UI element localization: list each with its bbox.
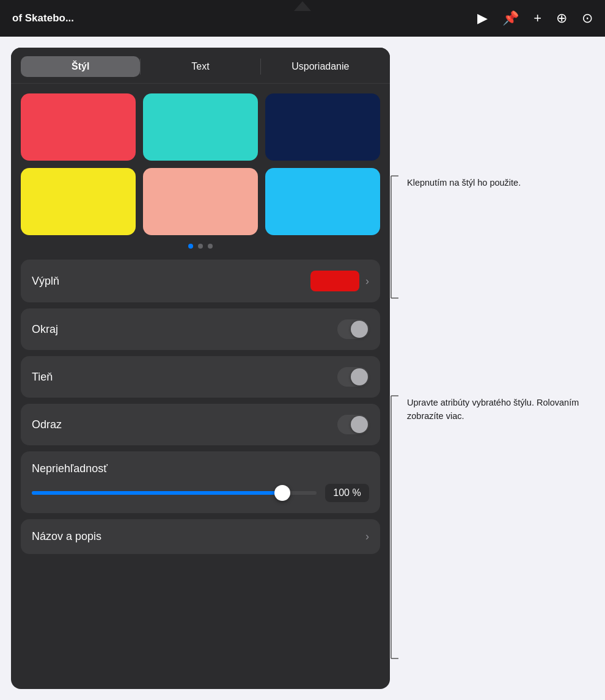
page-title: of Skatebo... bbox=[12, 12, 463, 24]
plus-icon[interactable]: + bbox=[534, 10, 541, 26]
fill-chevron-icon: › bbox=[365, 275, 369, 288]
annotation-1: Klepnutím na štýl ho použite. bbox=[390, 176, 585, 298]
swatch-red[interactable] bbox=[21, 93, 136, 161]
fill-label: Výplň bbox=[32, 275, 59, 288]
opacity-section: Nepriehľadnosť 100 % bbox=[21, 451, 380, 513]
dot-3[interactable] bbox=[208, 244, 213, 249]
opacity-slider-thumb[interactable] bbox=[274, 485, 290, 501]
shadow-toggle[interactable] bbox=[337, 367, 369, 387]
border-toggle[interactable] bbox=[337, 319, 369, 339]
annotation-2-text: Upravte atribúty vybratého štýlu. Rolova… bbox=[407, 396, 585, 423]
border-toggle-thumb bbox=[351, 321, 368, 338]
reflection-label: Odraz bbox=[32, 418, 62, 431]
shadow-row[interactable]: Tieň bbox=[21, 356, 380, 398]
shadow-toggle-thumb bbox=[351, 368, 368, 385]
border-row[interactable]: Okraj bbox=[21, 308, 380, 350]
reflection-row[interactable]: Odraz bbox=[21, 404, 380, 445]
reflection-toggle[interactable] bbox=[337, 415, 369, 434]
opacity-label: Nepriehľadnosť bbox=[32, 462, 369, 475]
swatch-navy[interactable] bbox=[265, 93, 380, 161]
tab-arrangement[interactable]: Usporiadanie bbox=[261, 56, 380, 77]
fill-row-right: › bbox=[310, 271, 369, 291]
opacity-value: 100 % bbox=[325, 484, 369, 502]
swatch-skyblue[interactable] bbox=[265, 168, 380, 235]
tab-text[interactable]: Text bbox=[141, 56, 260, 77]
dot-1[interactable] bbox=[188, 244, 193, 249]
panel-content: Výplň › Okraj Tieň bbox=[11, 84, 390, 689]
fill-color-preview bbox=[310, 271, 359, 291]
main-container: Štýl Text Usporiadanie bbox=[0, 37, 605, 700]
pagination-dots bbox=[21, 244, 380, 249]
dot-2[interactable] bbox=[198, 244, 203, 249]
more-icon[interactable]: ⊙ bbox=[582, 10, 593, 26]
tab-bar: Štýl Text Usporiadanie bbox=[11, 48, 390, 84]
name-description-row[interactable]: Názov a popis › bbox=[21, 519, 380, 554]
swatch-teal[interactable] bbox=[143, 93, 258, 161]
swatch-salmon[interactable] bbox=[143, 168, 258, 235]
opacity-slider-fill bbox=[32, 491, 282, 495]
panel-pointer bbox=[294, 1, 311, 11]
name-description-label: Názov a popis bbox=[32, 530, 101, 543]
reflection-toggle-thumb bbox=[351, 416, 368, 433]
border-label: Okraj bbox=[32, 323, 58, 336]
annotations-wrapper: Klepnutím na štýl ho použite. Upravte at… bbox=[390, 48, 585, 689]
style-panel: Štýl Text Usporiadanie bbox=[11, 48, 390, 689]
annotation-bracket-2 bbox=[390, 396, 401, 658]
shadow-label: Tieň bbox=[32, 371, 53, 384]
pin-icon[interactable]: 📌 bbox=[502, 10, 519, 26]
swatches-grid bbox=[21, 93, 380, 235]
opacity-slider-row: 100 % bbox=[32, 484, 369, 502]
tab-style[interactable]: Štýl bbox=[21, 56, 140, 77]
swatch-yellow[interactable] bbox=[21, 168, 136, 235]
fill-row[interactable]: Výplň › bbox=[21, 260, 380, 302]
play-icon[interactable]: ▶ bbox=[477, 10, 488, 26]
name-chevron-icon: › bbox=[365, 530, 369, 543]
annotation-1-text: Klepnutím na štýl ho použite. bbox=[407, 176, 521, 189]
annotation-bracket-1 bbox=[390, 176, 401, 298]
add-person-icon[interactable]: ⊕ bbox=[556, 10, 567, 26]
annotation-2: Upravte atribúty vybratého štýlu. Rolova… bbox=[390, 396, 585, 658]
opacity-slider-track[interactable] bbox=[32, 491, 317, 495]
